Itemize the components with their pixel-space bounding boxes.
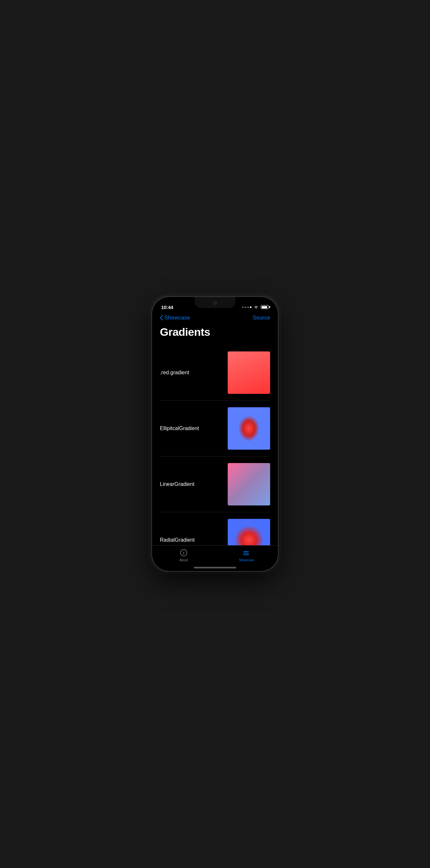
page-title: Gradients <box>160 326 270 338</box>
signal-icon <box>242 306 251 308</box>
showcase-tab-label: Showcase <box>239 558 254 562</box>
gradient-item-linear: LinearGradient <box>160 457 270 512</box>
gradient-preview-red <box>228 351 270 394</box>
gradient-preview-radial <box>228 519 270 545</box>
svg-point-5 <box>243 553 244 554</box>
home-indicator <box>194 567 236 568</box>
chevron-left-icon <box>160 315 163 320</box>
svg-text:i: i <box>183 551 184 555</box>
nav-bar: Showcase Source <box>152 313 278 324</box>
gradient-label-elliptical: EllipitcalGradient <box>160 426 199 431</box>
wifi-icon <box>253 305 259 309</box>
gradient-preview-elliptical <box>228 407 270 450</box>
gradient-label-linear: LinearGradient <box>160 481 194 487</box>
back-button[interactable]: Showcase <box>160 315 190 321</box>
about-tab-icon: i <box>179 548 188 557</box>
tab-showcase[interactable]: Showcase <box>215 548 278 562</box>
battery-icon <box>261 305 269 309</box>
gradient-list: .red.gradient EllipitcalGradient LinearG… <box>152 345 278 545</box>
gradient-label-radial: RadialGradient <box>160 537 195 543</box>
status-time: 10:44 <box>161 305 173 310</box>
status-icons <box>242 305 269 309</box>
gradient-item-red: .red.gradient <box>160 345 270 401</box>
svg-point-3 <box>243 551 244 552</box>
gradient-item-radial: RadialGradient <box>160 512 270 545</box>
gradient-label-red: .red.gradient <box>160 370 189 376</box>
page-title-section: Gradients <box>152 324 278 345</box>
source-button[interactable]: Source <box>252 315 270 321</box>
screen: 10:44 <box>152 297 278 571</box>
about-tab-label: About <box>179 558 188 562</box>
gradient-item-elliptical: EllipitcalGradient <box>160 401 270 457</box>
camera-dot <box>213 301 217 305</box>
gradient-preview-linear <box>228 463 270 505</box>
notch <box>194 297 236 308</box>
phone-frame: 10:44 <box>151 296 279 572</box>
svg-point-7 <box>243 554 244 555</box>
showcase-tab-icon <box>242 548 251 557</box>
tab-about[interactable]: i About <box>152 548 215 562</box>
back-label: Showcase <box>164 315 190 321</box>
